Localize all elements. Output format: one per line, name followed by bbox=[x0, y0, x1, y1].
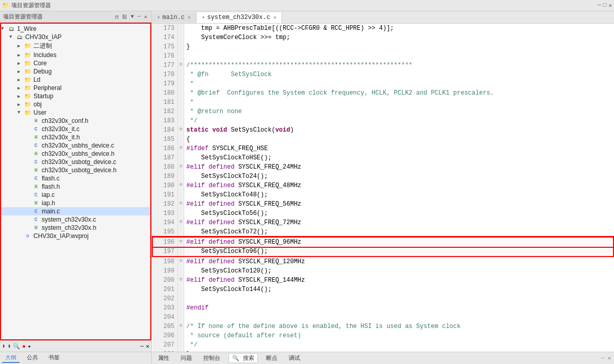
code-line: 202 bbox=[152, 294, 613, 303]
line-fold[interactable] bbox=[178, 209, 184, 218]
line-fold[interactable] bbox=[178, 116, 184, 125]
line-fold[interactable] bbox=[178, 285, 184, 294]
close-icon[interactable]: ✕ bbox=[608, 2, 612, 9]
line-number: 205 bbox=[152, 322, 178, 331]
line-fold[interactable]: ⊖ bbox=[178, 322, 184, 331]
tree-item-core[interactable]: ▶📁Core bbox=[1, 59, 150, 67]
line-number: 206 bbox=[152, 331, 178, 340]
tree-item-includes[interactable]: ▶📁Includes bbox=[1, 51, 150, 59]
status-breakpoints[interactable]: 断点 bbox=[263, 354, 280, 362]
tree-item-f14[interactable]: Hsystem_ch32v30x.h bbox=[1, 224, 150, 232]
nav-up-icon[interactable]: ⬆ bbox=[2, 343, 6, 350]
status-icon2[interactable]: ✕ bbox=[607, 355, 611, 361]
line-fold[interactable] bbox=[178, 190, 184, 199]
settings-icon[interactable]: ▼ bbox=[130, 13, 135, 21]
tab-close-system[interactable]: ✕ bbox=[273, 14, 276, 21]
status-properties[interactable]: 属性 bbox=[155, 354, 172, 362]
line-fold[interactable] bbox=[178, 70, 184, 79]
nav-dot-icon[interactable]: ● bbox=[22, 343, 26, 350]
line-fold[interactable]: ⊖ bbox=[178, 237, 184, 247]
line-fold[interactable] bbox=[178, 247, 184, 257]
nav-minus-icon[interactable]: ─ bbox=[141, 343, 144, 350]
code-editor[interactable]: 173 tmp = AHBPrescTable[((RCC->CFGR0 & R… bbox=[152, 24, 614, 352]
tree-icon-file-c: C bbox=[32, 175, 40, 182]
tab-system-c[interactable]: ▪ system_ch32v30x.c ✕ bbox=[197, 12, 282, 23]
line-fold[interactable] bbox=[178, 303, 184, 313]
maximize-icon[interactable]: □ bbox=[603, 2, 607, 9]
line-fold[interactable]: ⊖ bbox=[178, 276, 184, 285]
link-icon[interactable]: ⛓ bbox=[121, 13, 128, 21]
tree-item-f10[interactable]: Ciap.c bbox=[1, 191, 150, 199]
status-search[interactable]: 🔍 搜索 bbox=[229, 353, 258, 363]
tree-item-f9[interactable]: Hflash.h bbox=[1, 183, 150, 191]
line-fold[interactable] bbox=[178, 294, 184, 303]
line-fold[interactable] bbox=[178, 42, 184, 51]
line-fold[interactable]: ⊖ bbox=[178, 61, 184, 70]
line-fold[interactable] bbox=[178, 227, 184, 237]
line-fold[interactable] bbox=[178, 51, 184, 61]
tree-item-f4[interactable]: Cch32v30x_usbhs_device.c bbox=[1, 141, 150, 150]
tree-item-chv30x_iap[interactable]: ▼🗂CHV30x_IAP bbox=[1, 33, 150, 41]
nav-filter-icon[interactable]: 🔍 bbox=[13, 343, 20, 350]
tree-item-debug[interactable]: ▶📁Debug bbox=[1, 67, 150, 76]
line-fold[interactable] bbox=[178, 331, 184, 340]
line-fold[interactable] bbox=[178, 79, 184, 88]
line-fold[interactable]: ⊖ bbox=[178, 162, 184, 172]
tree-item-1wire[interactable]: ▼🗂1_Wire bbox=[1, 25, 150, 33]
tree-item-projfile[interactable]: ⚙CHV30x_IAP.wvproj bbox=[1, 232, 150, 240]
line-number: 186 bbox=[152, 144, 178, 153]
status-icon1[interactable]: ─ bbox=[601, 355, 605, 361]
nav-down-icon[interactable]: ⬇ bbox=[8, 343, 11, 350]
minimize-panel-icon[interactable]: ─ bbox=[136, 13, 142, 21]
code-line: 187 SetSysClockToHSE(); bbox=[152, 153, 613, 162]
tab-close-main[interactable]: ✕ bbox=[188, 14, 191, 21]
line-fold[interactable] bbox=[178, 266, 184, 276]
tab-outline[interactable]: 大纲 bbox=[2, 353, 20, 363]
main-layout: 项目资源管理器 ⊟ ⛓ ▼ ─ ✕ ▼🗂1_Wire▼🗂CHV30x_IAP▶📁… bbox=[0, 11, 614, 364]
tree-item-f11[interactable]: Hiap.h bbox=[1, 199, 150, 207]
line-fold[interactable]: ⊖ bbox=[178, 218, 184, 227]
tree-item-f5[interactable]: Hch32v30x_usbhs_device.h bbox=[1, 150, 150, 158]
line-fold[interactable] bbox=[178, 153, 184, 162]
tree-icon-folder: 📁 bbox=[24, 43, 32, 50]
line-fold[interactable] bbox=[178, 98, 184, 107]
line-fold[interactable]: ⊖ bbox=[178, 125, 184, 135]
minimize-icon[interactable]: ─ bbox=[598, 2, 601, 9]
collapse-icon[interactable]: ⊟ bbox=[114, 13, 119, 21]
tab-bookmark[interactable]: 书签 bbox=[45, 353, 63, 363]
line-fold[interactable]: ⊖ bbox=[178, 199, 184, 209]
line-fold[interactable]: ⊖ bbox=[178, 257, 184, 266]
tree-item-f7[interactable]: Hch32v30x_usbotg_device.h bbox=[1, 166, 150, 174]
tree-item-startup[interactable]: ▶📁Startup bbox=[1, 92, 150, 100]
line-fold[interactable] bbox=[178, 340, 184, 350]
status-console[interactable]: 控制台 bbox=[200, 354, 223, 362]
tree-item-f1[interactable]: Hch32v30x_conf.h bbox=[1, 117, 150, 125]
tree-item-f6[interactable]: Cch32v30x_usbotg_device.c bbox=[1, 158, 150, 166]
line-fold[interactable] bbox=[178, 24, 184, 33]
tree-item-peripheral[interactable]: ▶📁Peripheral bbox=[1, 84, 150, 92]
nav-close-icon[interactable]: ✕ bbox=[146, 343, 149, 350]
tree-item-binary[interactable]: ▶📁二进制 bbox=[1, 41, 150, 51]
line-fold[interactable]: ⊖ bbox=[178, 144, 184, 153]
line-fold[interactable] bbox=[178, 33, 184, 42]
tree-item-f13[interactable]: Csystem_ch32v30x.c bbox=[1, 215, 150, 224]
tree-item-f2[interactable]: Cch32v30x_it.c bbox=[1, 125, 150, 133]
close-panel-icon[interactable]: ✕ bbox=[143, 13, 148, 21]
line-fold[interactable] bbox=[178, 88, 184, 98]
tree-item-f8[interactable]: Cflash.c bbox=[1, 174, 150, 183]
status-problems[interactable]: 问题 bbox=[178, 354, 195, 362]
line-fold[interactable] bbox=[178, 313, 184, 322]
line-fold[interactable]: ⊖ bbox=[178, 181, 184, 190]
tree-item-f3[interactable]: Hch32v30x_it.h bbox=[1, 133, 150, 141]
tree-item-user[interactable]: ▼📁User bbox=[1, 108, 150, 117]
line-fold[interactable] bbox=[178, 107, 184, 116]
line-fold[interactable] bbox=[178, 172, 184, 181]
tree-item-obj[interactable]: ▶📁obj bbox=[1, 100, 150, 108]
tab-main-c[interactable]: ▪ main.c ✕ bbox=[152, 12, 197, 23]
tab-public[interactable]: 公共 bbox=[24, 353, 41, 363]
line-fold[interactable] bbox=[178, 135, 184, 144]
tree-item-ld[interactable]: ▶📁Ld bbox=[1, 76, 150, 84]
status-debug[interactable]: 调试 bbox=[286, 354, 303, 362]
nav-star-icon[interactable]: ✦ bbox=[28, 343, 31, 350]
tree-item-f12[interactable]: Cmain.c bbox=[1, 207, 150, 215]
